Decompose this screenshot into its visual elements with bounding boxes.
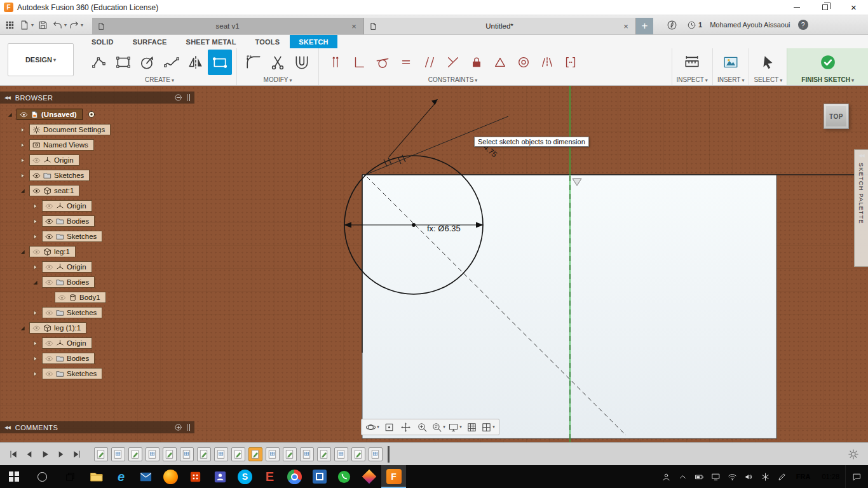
taskbar-app-edge[interactable]: e [109,465,133,488]
visibility-eye-icon[interactable] [45,233,53,241]
rectangle-tool[interactable] [111,50,135,75]
group-dropdown-label[interactable]: FINISH SKETCH [801,76,854,85]
collapsed-arrow-icon[interactable] [31,309,39,316]
workspace-selector[interactable]: DESIGN [8,43,74,76]
browser-node[interactable]: Bodies [42,276,95,288]
zoom-window-button[interactable] [431,420,446,434]
look-at-button[interactable] [381,420,397,434]
taskbar-app-whatsapp[interactable] [332,465,356,488]
timeline-feature-grid[interactable] [369,447,383,461]
offset-tool[interactable] [290,50,314,75]
new-document-tab-button[interactable] [636,18,653,34]
browser-node[interactable]: Sketches [42,307,102,318]
visibility-eye-icon[interactable] [45,278,53,287]
user-name[interactable]: Mohamed Ayoub Aissaoui [710,21,790,29]
play-button[interactable] [38,447,52,461]
timeline-feature-grid[interactable] [146,447,159,461]
activate-component-radio[interactable] [87,110,96,119]
panel-grip[interactable] [187,424,190,431]
browser-row[interactable]: (Unsaved) [0,107,194,122]
job-status-button[interactable]: 1 [687,20,702,30]
panel-grip[interactable] [187,94,190,101]
browser-node[interactable]: leg (1):1 [29,322,86,334]
collapsed-arrow-icon[interactable] [31,203,39,210]
save-button[interactable] [36,17,50,32]
spline-tool[interactable] [159,50,184,75]
group-dropdown-label[interactable]: INSPECT [677,76,708,85]
viewcube[interactable]: TOP [824,104,849,129]
measure-tool[interactable] [680,50,704,75]
minimize-button[interactable] [782,0,811,15]
browser-row[interactable]: Bodies [0,214,194,229]
taskbar-app-mail[interactable] [133,465,158,488]
collapsed-arrow-icon[interactable] [31,370,39,377]
panel-display-icon[interactable] [174,93,182,102]
language-indicator[interactable]: FRA [790,473,817,480]
visibility-eye-icon[interactable] [45,217,53,226]
visibility-eye-icon[interactable] [45,355,53,363]
visibility-eye-icon[interactable] [45,263,53,271]
timeline-feature-sketch[interactable] [197,447,211,461]
collapsed-arrow-icon[interactable] [18,126,27,133]
visibility-eye-icon[interactable] [32,172,41,180]
timeline-feature-grid[interactable] [300,447,314,461]
tray-display-button[interactable] [708,465,724,488]
viewports-button[interactable] [480,420,496,434]
tray-volume-button[interactable] [741,465,757,488]
collapsed-arrow-icon[interactable] [31,264,39,271]
tray-people-button[interactable] [658,465,675,488]
undo-button[interactable] [52,17,67,32]
browser-row[interactable]: Sketches [0,366,194,381]
visibility-eye-icon[interactable] [45,309,53,317]
skip-to-end-button[interactable] [70,447,84,461]
timeline-feature-sketch[interactable] [128,447,142,461]
browser-row[interactable]: seat:1 [0,183,194,198]
timeline-feature-sketch[interactable] [283,447,297,461]
taskbar-app-fusion-360[interactable]: F [381,465,406,488]
ribbon-tab-solid[interactable]: SOLID [83,35,123,48]
close-tab-icon[interactable] [349,22,358,30]
group-dropdown-label[interactable]: MODIFY [264,76,292,85]
taskbar-app-internet-explorer[interactable]: E [257,465,282,488]
browser-node[interactable]: Bodies [42,353,95,364]
circle-tool[interactable] [135,50,159,75]
timeline-feature-grid[interactable] [180,447,194,461]
browser-row[interactable]: Document Settings [0,122,194,137]
start-button[interactable] [0,465,28,488]
document-tab[interactable]: seat v1 [92,18,364,34]
browser-node[interactable]: seat:1 [29,185,79,196]
step-back-button[interactable] [22,447,36,461]
collapsed-arrow-icon[interactable] [31,218,39,225]
taskbar-app-firefox[interactable] [158,465,183,488]
browser-node[interactable]: Sketches [42,231,102,242]
visibility-eye-icon[interactable] [32,156,41,165]
browser-row[interactable]: Bodies [0,274,194,290]
browser-node[interactable]: Origin [42,337,92,349]
select-tool[interactable] [756,50,780,75]
collapse-panel-icon[interactable]: ◀◀ [4,425,10,430]
collapsed-arrow-icon[interactable] [31,233,39,240]
browser-node[interactable]: Sketches [42,368,102,379]
browser-row[interactable]: Origin [0,198,194,214]
expanded-arrow-icon[interactable] [31,279,39,286]
action-center-button[interactable] [845,465,868,488]
browser-node[interactable]: Bodies [42,215,95,227]
collapsed-arrow-icon[interactable] [18,157,27,164]
file-menu-button[interactable] [19,17,34,32]
expanded-arrow-icon[interactable] [18,187,27,194]
timeline-end-marker[interactable] [388,446,390,463]
display-settings-button[interactable] [447,420,463,434]
app-launcher-button[interactable] [3,17,17,32]
orbit-button[interactable] [365,420,380,434]
browser-row[interactable]: Origin [0,152,194,168]
browser-row[interactable]: Sketches [0,229,194,244]
ribbon-tab-sketch[interactable]: SKETCH [290,35,337,48]
visibility-eye-icon[interactable] [45,370,53,378]
curvature-constraint[interactable] [559,50,582,75]
perpendicular-constraint[interactable] [441,50,465,75]
timeline-settings-button[interactable] [845,446,862,463]
visibility-eye-icon[interactable] [20,111,28,119]
timeline-feature-sketch[interactable] [231,447,245,461]
visibility-eye-icon[interactable] [32,248,41,256]
concentric-constraint[interactable] [512,50,535,75]
